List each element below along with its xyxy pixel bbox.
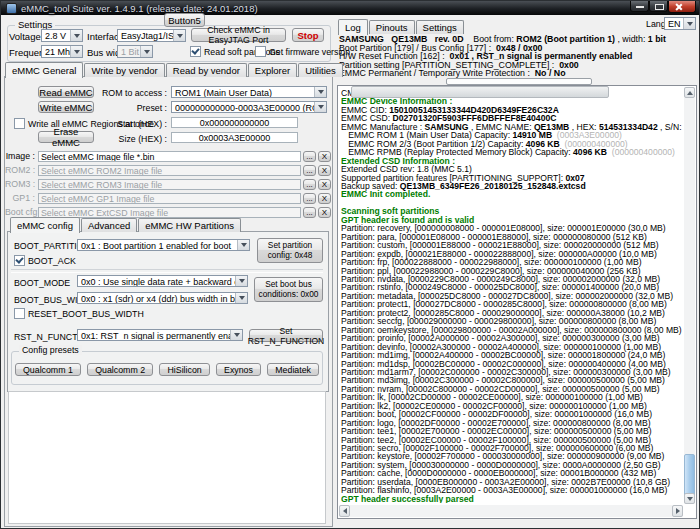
chevron-down-icon bbox=[314, 87, 326, 97]
checkbox-checked-icon bbox=[190, 46, 201, 57]
maximize-button[interactable] bbox=[649, 1, 668, 12]
main-tab-bar: eMMC GeneralWrite by vendorRead by vendo… bbox=[5, 63, 344, 77]
boot-mode-select[interactable]: 0x0 : Use single data rate + backward co… bbox=[77, 275, 248, 287]
file-row-gp1: GP1 :Select eMMC GP1 Image file...X bbox=[5, 191, 331, 205]
chevron-down-icon bbox=[314, 102, 326, 112]
browse-button[interactable]: ... bbox=[303, 165, 316, 176]
boot-mode-label: BOOT_MODE bbox=[14, 278, 70, 288]
size-hex-label: Size (HEX) : bbox=[97, 134, 167, 144]
tab-log[interactable]: Log bbox=[338, 19, 368, 35]
chevron-down-icon bbox=[235, 293, 247, 303]
get-firmware-version-checkbox[interactable]: Get firmware version bbox=[255, 46, 350, 57]
gp1-label: GP1 : bbox=[5, 193, 35, 203]
file-rows: Image :Select eMMC Image file *.bin...XR… bbox=[5, 149, 331, 219]
tab-pinouts[interactable]: Pinouts bbox=[369, 20, 415, 34]
app-icon bbox=[6, 3, 17, 14]
tab-emmc-general[interactable]: eMMC General bbox=[5, 62, 83, 78]
preset-qualcomm-1-button[interactable]: Qualcomm 1 bbox=[15, 363, 81, 376]
write-emmc-button[interactable]: Write eMMC bbox=[38, 101, 94, 113]
size-hex-input[interactable]: 0x0003A3E00000 bbox=[171, 132, 298, 143]
clear-button[interactable]: X bbox=[318, 207, 331, 218]
bus-width-select[interactable]: 1 Bit bbox=[117, 45, 153, 58]
interface-select[interactable]: EasyJtag1/ISP bbox=[117, 29, 186, 42]
tab-write-by-vendor[interactable]: Write by vendor bbox=[84, 63, 164, 77]
boot-partition-en-select[interactable]: 0x1 : Boot partition 1 enabled for boot bbox=[77, 239, 250, 251]
arrow-down-icon bbox=[687, 497, 693, 501]
rom-to-access-select[interactable]: ROM1 (Main User Data) bbox=[171, 86, 327, 98]
scroll-right-button[interactable] bbox=[672, 505, 683, 517]
preset-mediatek-button[interactable]: Mediatek bbox=[267, 363, 319, 376]
checkbox-unchecked-icon bbox=[255, 46, 266, 57]
rst-n-function-select[interactable]: 0x1: RST_n signal is permanently enabled bbox=[77, 329, 243, 341]
log-line: GPT header successfully parsed bbox=[341, 495, 683, 503]
preset-label: Preset : bbox=[97, 103, 167, 113]
scroll-up-button[interactable] bbox=[684, 87, 695, 98]
boot-cfg-field[interactable]: Select eMMC ExtCSD Image file bbox=[38, 207, 301, 218]
file-row-rom3: ROM3 :Select eMMC ROM3 Image file...X bbox=[5, 177, 331, 191]
set-rst-n-function-button[interactable]: Set RST_N_FUNCTION bbox=[249, 329, 323, 342]
right-tab-bar: LogPinoutsSettings bbox=[338, 20, 465, 34]
preset-qualcomm-2-button[interactable]: Qualcomm 2 bbox=[87, 363, 153, 376]
chevron-down-icon bbox=[70, 30, 82, 41]
lang-label: Lang bbox=[646, 19, 666, 29]
tab-utilities[interactable]: Utilities bbox=[298, 63, 343, 77]
horizontal-scroll-thumb[interactable] bbox=[351, 86, 609, 98]
boot-ack-checkbox[interactable]: BOOT_ACK bbox=[14, 255, 76, 266]
tab-emmc-config[interactable]: eMMC config bbox=[10, 217, 80, 233]
chevron-down-icon bbox=[237, 240, 249, 250]
start-hex-label: Start (HEX) : bbox=[97, 119, 167, 129]
lang-select[interactable]: EN bbox=[664, 17, 696, 30]
image-field[interactable]: Select eMMC Image file *.bin bbox=[38, 151, 301, 162]
tab-read-by-vendor[interactable]: Read by vendor bbox=[166, 63, 247, 77]
rom3-field[interactable]: Select eMMC ROM3 Image file bbox=[38, 179, 301, 190]
browse-button[interactable]: ... bbox=[303, 207, 316, 218]
voltage-select[interactable]: 2.8 V bbox=[41, 29, 83, 42]
minimize-icon bbox=[636, 6, 644, 8]
log-box: CMD Active Level: 2650 mVEMMC Device Inf… bbox=[337, 85, 697, 519]
config-presets-buttons: Qualcomm 1Qualcomm 2HiSiliconExynosMedia… bbox=[15, 363, 319, 376]
frequence-select[interactable]: 21 Mhz bbox=[41, 45, 83, 58]
stop-button[interactable]: Stop bbox=[292, 28, 324, 42]
start-hex-input[interactable]: 0x000000000000 bbox=[171, 117, 298, 128]
file-row-image: Image :Select eMMC Image file *.bin...X bbox=[5, 149, 331, 163]
arrow-up-icon bbox=[687, 91, 693, 95]
clear-button[interactable]: X bbox=[318, 151, 331, 162]
image-label: Image : bbox=[5, 151, 35, 161]
log-content: CMD Active Level: 2650 mVEMMC Device Inf… bbox=[341, 89, 683, 503]
chevron-down-icon bbox=[235, 276, 247, 286]
browse-button[interactable]: ... bbox=[303, 179, 316, 190]
chevron-down-icon bbox=[140, 46, 152, 57]
preset-hisilicon-button[interactable]: HiSilicon bbox=[159, 363, 209, 376]
read-emmc-button[interactable]: Read eMMC bbox=[38, 86, 94, 98]
tab-emmc-hw-partitions[interactable]: eMMC HW Partitions bbox=[138, 218, 241, 232]
close-button[interactable] bbox=[668, 1, 696, 13]
vertical-scrollbar[interactable] bbox=[684, 87, 695, 504]
browse-button[interactable]: ... bbox=[303, 193, 316, 204]
button5[interactable]: Button5 bbox=[164, 13, 205, 27]
checkbox-checked-icon bbox=[14, 255, 25, 266]
preset-exynos-button[interactable]: Exynos bbox=[216, 363, 261, 376]
preset-select[interactable]: 000000000000-0003A3E00000 (ROM 1) bbox=[171, 101, 327, 113]
rom2-field[interactable]: Select eMMC ROM2 Image file bbox=[38, 165, 301, 176]
left-empty-panel bbox=[8, 391, 326, 524]
check-emmc-button[interactable]: Check eMMC in EasyJTAG Port bbox=[191, 28, 286, 42]
browse-button[interactable]: ... bbox=[303, 151, 316, 162]
horizontal-scrollbar[interactable] bbox=[339, 505, 683, 517]
gp1-field[interactable]: Select eMMC GP1 Image file bbox=[38, 193, 301, 204]
tab-settings[interactable]: Settings bbox=[416, 20, 464, 34]
minimize-button[interactable] bbox=[630, 1, 649, 12]
set-partition-config-button[interactable]: Set partition config: 0x48 bbox=[257, 238, 323, 263]
scroll-down-button[interactable] bbox=[684, 493, 695, 504]
tab-explorer[interactable]: Explorer bbox=[248, 63, 297, 77]
reset-boot-bus-width-checkbox[interactable]: RESET_BOOT_BUS_WIDTH bbox=[14, 308, 144, 319]
scroll-left-button[interactable] bbox=[339, 505, 350, 517]
boot-bus-width-select[interactable]: 0x0 : x1 (sdr) or x4 (ddr) bus width in … bbox=[77, 292, 248, 304]
tab-advanced[interactable]: Advanced bbox=[81, 218, 137, 232]
chevron-down-icon bbox=[70, 46, 82, 57]
titlebar: eMMC_tool Suite ver. 1.4.9.1 (release da… bbox=[1, 1, 699, 15]
clear-button[interactable]: X bbox=[318, 193, 331, 204]
erase-emmc-button[interactable]: Erase eMMC bbox=[38, 131, 94, 143]
set-boot-bus-button[interactable]: Set boot bus conditions: 0x00 bbox=[254, 277, 323, 302]
clear-button[interactable]: X bbox=[318, 179, 331, 190]
clear-button[interactable]: X bbox=[318, 165, 331, 176]
